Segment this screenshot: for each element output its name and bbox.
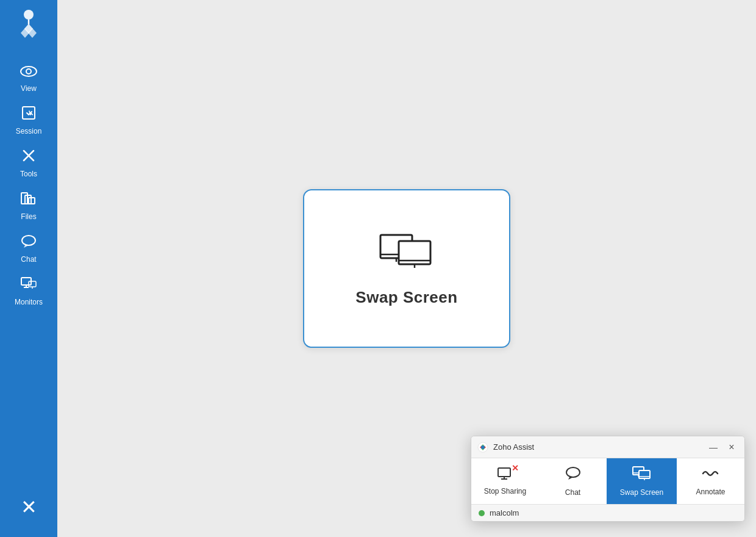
status-indicator [479, 510, 485, 516]
zoho-assist-window: Zoho Assist — × ✕ Stop Sharing [471, 436, 745, 522]
zoho-window-title: Zoho Assist [493, 442, 702, 452]
svg-rect-7 [23, 107, 35, 119]
svg-point-0 [24, 10, 34, 20]
chat-toolbar-icon [565, 466, 582, 485]
close-button[interactable]: ✕ [21, 496, 37, 519]
stop-sharing-label: Stop Sharing [484, 487, 526, 496]
svg-rect-17 [29, 281, 36, 287]
swap-screen-toolbar-icon [632, 466, 652, 485]
stop-x-icon: ✕ [512, 463, 519, 473]
window-close-button[interactable]: × [725, 441, 738, 454]
stop-sharing-button[interactable]: ✕ Stop Sharing [471, 458, 539, 504]
view-icon [20, 65, 37, 82]
chat-icon [20, 233, 37, 253]
sidebar-view-label: View [21, 84, 37, 93]
zoho-titlebar: Zoho Assist — × [471, 436, 744, 458]
sidebar: View Session Tools [0, 0, 57, 537]
svg-point-13 [22, 236, 35, 245]
zoho-logo-icon [477, 442, 488, 453]
annotate-label: Annotate [696, 488, 725, 496]
sidebar-tools-label: Tools [20, 170, 37, 178]
zoho-toolbar: ✕ Stop Sharing Chat [471, 458, 744, 505]
sidebar-item-tools[interactable]: Tools [0, 142, 57, 184]
tools-icon [21, 148, 37, 167]
svg-point-26 [481, 445, 485, 449]
annotate-button[interactable]: Annotate [677, 458, 744, 504]
close-icon: ✕ [21, 496, 37, 519]
minimize-button[interactable]: — [707, 441, 720, 454]
svg-point-30 [566, 467, 580, 477]
sidebar-item-view[interactable]: View [0, 59, 57, 99]
sidebar-chat-label: Chat [21, 255, 36, 264]
sidebar-session-label: Session [16, 127, 42, 135]
stop-sharing-icon: ✕ [497, 467, 514, 484]
svg-point-5 [21, 67, 37, 76]
swap-screen-label: Swap Screen [355, 288, 457, 307]
sidebar-item-chat[interactable]: Chat [0, 227, 57, 270]
sidebar-monitors-label: Monitors [15, 298, 43, 306]
swap-screen-toolbar-button[interactable]: Swap Screen [607, 458, 677, 504]
swap-screen-toolbar-label: Swap Screen [620, 488, 663, 497]
svg-rect-34 [639, 470, 650, 478]
main-area: Swap Screen Zoho Assist — × [57, 0, 756, 537]
session-icon [21, 105, 37, 124]
app-logo [13, 7, 44, 46]
monitors-icon [20, 276, 37, 295]
user-name: malcolm [490, 508, 519, 517]
sidebar-item-files[interactable]: Files [0, 184, 57, 227]
swap-screen-card[interactable]: Swap Screen [303, 189, 510, 348]
svg-rect-27 [498, 468, 510, 477]
sidebar-item-session[interactable]: Session [0, 99, 57, 142]
chat-toolbar-label: Chat [565, 488, 580, 497]
chat-button[interactable]: Chat [539, 458, 607, 504]
swap-screen-icon [379, 230, 434, 277]
zoho-footer: malcolm [471, 505, 744, 521]
sidebar-item-monitors[interactable]: Monitors [0, 270, 57, 312]
files-icon [20, 190, 37, 210]
annotate-icon [701, 466, 721, 485]
sidebar-files-label: Files [21, 212, 36, 221]
svg-point-6 [26, 69, 31, 74]
